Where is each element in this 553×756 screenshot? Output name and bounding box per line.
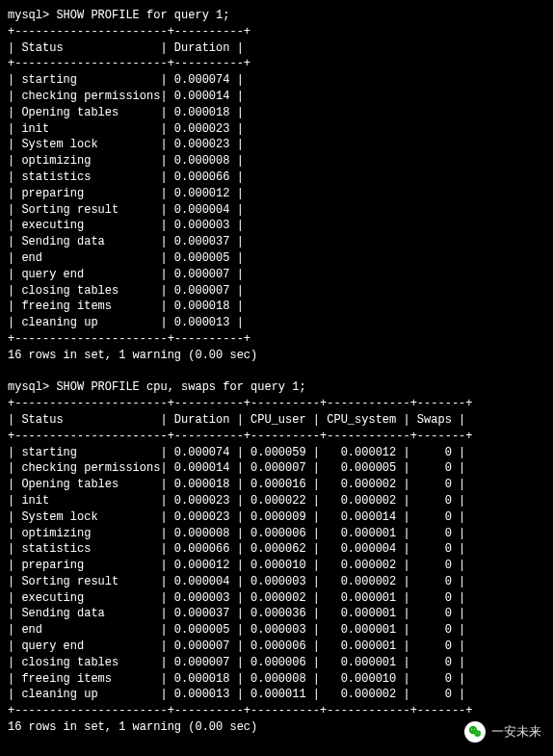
mysql-command-1: mysql> SHOW PROFILE for query 1; bbox=[8, 8, 545, 24]
table-row: | cleaning up | 0.000013 | bbox=[8, 315, 545, 331]
table-row: | statistics | 0.000066 | 0.000062 | 0.0… bbox=[8, 541, 545, 558]
table-row: | Sending data | 0.000037 | bbox=[8, 234, 545, 250]
table-row: | cleaning up | 0.000013 | 0.000011 | 0.… bbox=[8, 687, 545, 703]
table-row: | checking permissions| 0.000014 | bbox=[8, 89, 545, 105]
table-row: | freeing items | 0.000018 | bbox=[8, 299, 545, 315]
table-row: | end | 0.000005 | 0.000003 | 0.000001 |… bbox=[8, 622, 545, 639]
table-border: +----------------------+----------+-----… bbox=[8, 396, 545, 412]
result-footer: 16 rows in set, 1 warning (0.00 sec) bbox=[8, 348, 545, 364]
table-border: +----------------------+----------+ bbox=[8, 56, 545, 72]
table-border: +----------------------+----------+-----… bbox=[8, 429, 545, 445]
table-row: | starting | 0.000074 | bbox=[8, 72, 545, 89]
mysql-command-2: mysql> SHOW PROFILE cpu, swaps for query… bbox=[8, 379, 545, 396]
svg-point-5 bbox=[478, 733, 479, 734]
table-row: | Sending data | 0.000037 | 0.000036 | 0… bbox=[8, 606, 545, 622]
watermark: 一安未来 bbox=[464, 721, 541, 743]
blank-line bbox=[8, 364, 545, 380]
table-row: | Sorting result | 0.000004 | bbox=[8, 202, 545, 219]
table-row: | executing | 0.000003 | 0.000002 | 0.00… bbox=[8, 590, 545, 607]
watermark-text: 一安未来 bbox=[491, 723, 541, 741]
table-header: | Status | Duration | bbox=[8, 40, 545, 57]
table-row: | executing | 0.000003 | bbox=[8, 218, 545, 234]
table-row: | freeing items | 0.000018 | 0.000008 | … bbox=[8, 671, 545, 688]
table-row: | end | 0.000005 | bbox=[8, 250, 545, 267]
svg-point-2 bbox=[471, 729, 472, 730]
table-row: | closing tables | 0.000007 | bbox=[8, 283, 545, 300]
wechat-icon bbox=[464, 721, 486, 743]
table-row: | starting | 0.000074 | 0.000059 | 0.000… bbox=[8, 445, 545, 461]
table-row: | preparing | 0.000012 | bbox=[8, 186, 545, 202]
table-row: | Opening tables | 0.000018 | 0.000016 |… bbox=[8, 477, 545, 493]
table-row: | preparing | 0.000012 | 0.000010 | 0.00… bbox=[8, 558, 545, 574]
table-row: | checking permissions| 0.000014 | 0.000… bbox=[8, 460, 545, 477]
table-row: | init | 0.000023 | 0.000022 | 0.000002 … bbox=[8, 493, 545, 509]
svg-point-4 bbox=[476, 733, 477, 734]
table-border: +----------------------+----------+ bbox=[8, 24, 545, 40]
table-row: | statistics | 0.000066 | bbox=[8, 169, 545, 186]
svg-point-1 bbox=[474, 730, 481, 737]
table-border: +----------------------+----------+ bbox=[8, 331, 545, 348]
table-row: | query end | 0.000007 | 0.000006 | 0.00… bbox=[8, 639, 545, 655]
table-row: | query end | 0.000007 | bbox=[8, 267, 545, 283]
table-row: | Sorting result | 0.000004 | 0.000003 |… bbox=[8, 574, 545, 590]
table-row: | init | 0.000023 | bbox=[8, 121, 545, 138]
table-row: | System lock | 0.000023 | 0.000009 | 0.… bbox=[8, 509, 545, 526]
table-row: | optimizing | 0.000008 | 0.000006 | 0.0… bbox=[8, 526, 545, 542]
table-border: +----------------------+----------+-----… bbox=[8, 703, 545, 719]
table-row: | optimizing | 0.000008 | bbox=[8, 153, 545, 169]
terminal-output: mysql> SHOW PROFILE for query 1;+-------… bbox=[8, 8, 545, 736]
table-row: | System lock | 0.000023 | bbox=[8, 137, 545, 153]
svg-point-3 bbox=[474, 729, 475, 730]
table-row: | closing tables | 0.000007 | 0.000006 |… bbox=[8, 655, 545, 671]
table-header: | Status | Duration | CPU_user | CPU_sys… bbox=[8, 412, 545, 429]
table-row: | Opening tables | 0.000018 | bbox=[8, 105, 545, 121]
